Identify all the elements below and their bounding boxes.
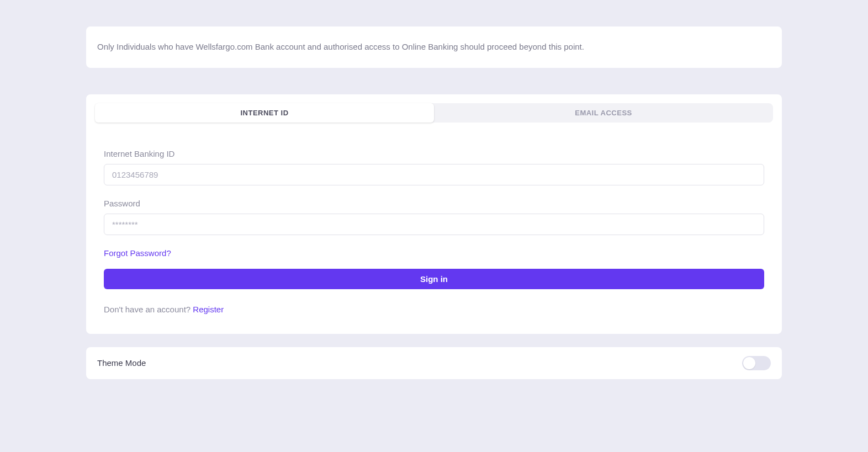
toggle-knob <box>743 357 755 369</box>
register-link[interactable]: Register <box>193 305 224 314</box>
tab-email-access[interactable]: EMAIL ACCESS <box>434 103 773 123</box>
form-group-id: Internet Banking ID <box>104 149 764 185</box>
form-section: Internet Banking ID Password Forgot Pass… <box>95 149 773 314</box>
login-card: INTERNET ID EMAIL ACCESS Internet Bankin… <box>86 94 782 334</box>
tabs-container: INTERNET ID EMAIL ACCESS <box>95 103 773 123</box>
forgot-password-link[interactable]: Forgot Password? <box>104 248 171 258</box>
form-group-password: Password <box>104 199 764 235</box>
sign-in-button[interactable]: Sign in <box>104 269 764 289</box>
theme-card: Theme Mode <box>86 347 782 379</box>
register-row: Don't have an account? Register <box>104 305 764 314</box>
theme-toggle[interactable] <box>742 356 771 370</box>
notice-card: Only Individuals who have Wellsfargo.com… <box>86 26 782 68</box>
theme-mode-label: Theme Mode <box>97 358 146 368</box>
notice-text: Only Individuals who have Wellsfargo.com… <box>97 41 771 54</box>
password-input[interactable] <box>104 214 764 235</box>
password-label: Password <box>104 199 764 208</box>
internet-banking-id-label: Internet Banking ID <box>104 149 764 158</box>
internet-banking-id-input[interactable] <box>104 164 764 185</box>
tab-internet-id[interactable]: INTERNET ID <box>95 103 434 123</box>
no-account-text: Don't have an account? <box>104 305 193 314</box>
